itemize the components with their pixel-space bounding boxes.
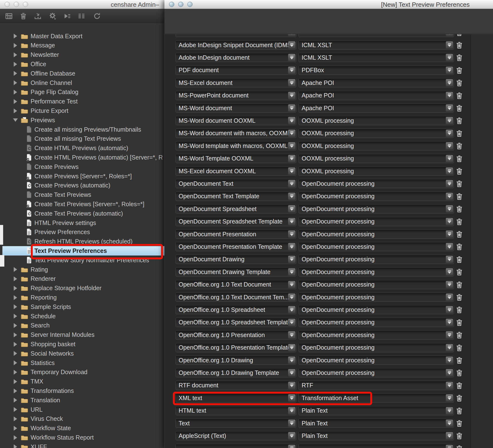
tree-item[interactable]: Translation (0, 395, 164, 405)
dropdown-arrow-icon[interactable] (446, 67, 453, 74)
dropdown-arrow-icon[interactable] (288, 281, 295, 288)
dropdown-arrow-icon[interactable] (288, 319, 295, 326)
tree-item[interactable]: Performance Test (0, 97, 164, 106)
chevron-right-icon[interactable] (13, 62, 17, 67)
delete-row-button[interactable] (455, 381, 464, 390)
delete-row-button[interactable] (455, 142, 464, 150)
chevron-right-icon[interactable] (13, 314, 17, 318)
document-type-select[interactable] (176, 444, 296, 448)
processor-select[interactable]: OpenDocument processing (299, 242, 454, 251)
processor-select[interactable] (299, 444, 454, 448)
dropdown-arrow-icon[interactable] (288, 167, 295, 175)
document-type-select[interactable]: OpenDocument Spreadsheet (176, 204, 296, 213)
chevron-right-icon[interactable] (13, 426, 17, 431)
dropdown-arrow-icon[interactable] (288, 117, 295, 124)
chevron-right-icon[interactable] (13, 295, 17, 300)
processor-select[interactable]: OOXML processing (299, 141, 454, 150)
document-type-select[interactable]: PDF document (176, 66, 296, 75)
dropdown-arrow-icon[interactable] (446, 256, 453, 263)
delete-row-button[interactable] (455, 179, 464, 188)
chevron-right-icon[interactable] (13, 90, 17, 95)
document-type-select[interactable]: OpenDocument Drawing Template (176, 267, 296, 276)
chevron-right-icon[interactable] (13, 435, 17, 440)
document-type-select[interactable]: Adobe InDesign document (176, 53, 296, 62)
processor-select[interactable]: OpenDocument processing (299, 356, 454, 365)
delete-row-button[interactable] (455, 192, 464, 201)
document-type-select[interactable]: OpenDocument Text (176, 179, 296, 188)
dropdown-arrow-icon[interactable] (288, 142, 295, 149)
tree-item[interactable]: Page Flip Catalog (0, 87, 164, 97)
dropdown-arrow-icon[interactable] (446, 268, 453, 275)
delete-row-button[interactable] (455, 218, 464, 226)
dropdown-arrow-icon[interactable] (446, 407, 453, 414)
processor-select[interactable] (299, 34, 454, 37)
chevron-right-icon[interactable] (13, 71, 17, 76)
dropdown-arrow-icon[interactable] (446, 230, 453, 238)
document-type-select[interactable]: Text (176, 419, 296, 428)
dropdown-arrow-icon[interactable] (446, 294, 453, 301)
chevron-down-icon[interactable] (13, 118, 17, 122)
dropdown-arrow-icon[interactable] (446, 54, 453, 61)
tree-item[interactable]: Create Previews (0, 162, 164, 172)
tree-item[interactable]: Offline Database (0, 69, 164, 78)
chevron-right-icon[interactable] (13, 34, 17, 39)
dropdown-arrow-icon[interactable] (446, 432, 453, 439)
document-type-select[interactable]: MS-Excel document OOXML (176, 166, 296, 176)
processor-select[interactable]: OpenDocument processing (299, 229, 454, 239)
processor-select[interactable]: OpenDocument processing (299, 204, 454, 213)
document-type-select[interactable]: OpenDocument Presentation Template (176, 242, 296, 251)
archive-icon[interactable] (5, 12, 13, 20)
processor-select[interactable]: Plain Text (299, 431, 454, 440)
dropdown-arrow-icon[interactable] (446, 420, 453, 427)
tree-item[interactable]: Social Networks (0, 349, 164, 358)
document-type-select[interactable]: MS-Word template with macros, OOXML (176, 141, 296, 150)
dropdown-arrow-icon[interactable] (446, 445, 453, 448)
tree-item[interactable]: Create HTML Previews (automatic) [Server… (0, 153, 164, 162)
delete-row-button[interactable] (455, 356, 464, 365)
delete-row-button[interactable] (455, 369, 464, 377)
dropdown-arrow-icon[interactable] (288, 432, 295, 439)
dropdown-arrow-icon[interactable] (288, 357, 295, 364)
delete-row-button[interactable] (455, 268, 464, 276)
tree-item[interactable]: Message (0, 41, 164, 50)
dropdown-arrow-icon[interactable] (288, 130, 295, 137)
processor-select[interactable]: OOXML processing (299, 129, 454, 138)
dropdown-arrow-icon[interactable] (446, 155, 453, 162)
chevron-right-icon[interactable] (13, 351, 17, 356)
dropdown-arrow-icon[interactable] (288, 407, 295, 414)
delete-row-button[interactable] (455, 104, 464, 113)
dropdown-arrow-icon[interactable] (288, 67, 295, 74)
tree-item[interactable]: Rating (0, 265, 164, 274)
dropdown-arrow-icon[interactable] (446, 104, 453, 112)
document-type-select[interactable]: OpenOffice.org 1.0 Text Document Tem... (176, 293, 296, 302)
document-type-select[interactable]: OpenOffice.org 1.0 Text Document (176, 280, 296, 289)
tree-item[interactable]: HTML Preview settings (0, 218, 164, 228)
document-type-select[interactable]: OpenDocument Drawing (176, 255, 296, 264)
processor-select[interactable]: OpenDocument processing (299, 192, 454, 201)
dropdown-arrow-icon[interactable] (288, 34, 295, 36)
tree-item[interactable]: Create all missing Previews/Thumbnails (0, 125, 164, 134)
tree-item[interactable]: Virus Check (0, 414, 164, 424)
batch-list-icon[interactable] (78, 12, 86, 20)
document-type-select[interactable]: OpenDocument Spreadsheet Template (176, 217, 296, 226)
tree-item[interactable]: Picture Export (0, 106, 164, 116)
chevron-right-icon[interactable] (13, 99, 17, 104)
delete-row-button[interactable] (455, 66, 464, 75)
tree-item[interactable]: Create HTML Previews (automatic) (0, 143, 164, 153)
tree-item[interactable]: Office (0, 59, 164, 69)
document-type-select[interactable]: OpenOffice.org 1.0 Presentation Template (176, 343, 296, 352)
document-type-select[interactable]: AppleScript (Text) (176, 431, 296, 440)
tree-item[interactable]: Replace Storage Hotfolder (0, 284, 164, 293)
processor-select[interactable]: OpenDocument processing (299, 305, 454, 314)
delete-row-button[interactable] (455, 331, 464, 339)
dropdown-arrow-icon[interactable] (446, 394, 453, 402)
document-type-select[interactable]: MS-Word Template OOXML (176, 154, 296, 163)
tree-item[interactable]: Schedule (0, 312, 164, 321)
processor-select[interactable]: Apache POI (299, 78, 454, 87)
document-type-select[interactable] (176, 34, 296, 37)
zoom-button[interactable] (23, 2, 28, 7)
minimize-button[interactable] (178, 2, 183, 7)
dropdown-arrow-icon[interactable] (288, 41, 295, 49)
document-type-select[interactable]: OpenOffice.org 1.0 Drawing Template (176, 368, 296, 377)
processor-select[interactable]: OpenDocument processing (299, 280, 454, 289)
